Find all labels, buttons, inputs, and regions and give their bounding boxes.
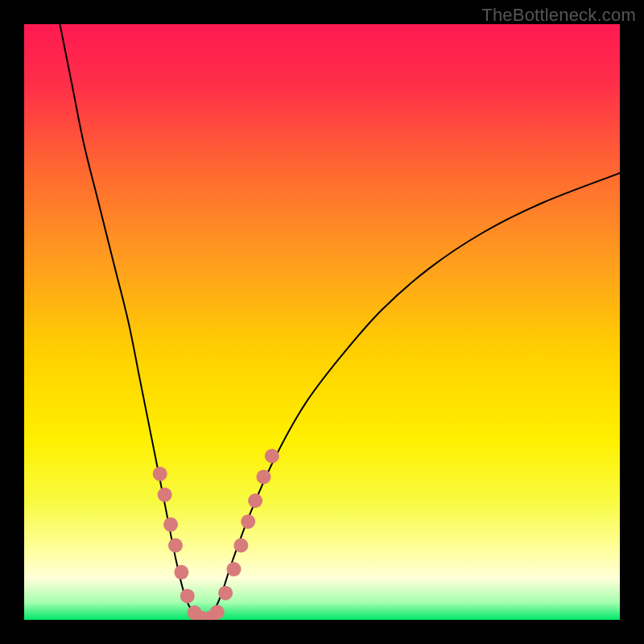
data-point — [210, 605, 225, 619]
data-point — [158, 488, 172, 502]
data-point — [168, 539, 183, 553]
watermark-text: TheBottleneck.com — [481, 5, 636, 26]
data-point — [256, 469, 270, 484]
data-point — [174, 565, 188, 580]
plot-area — [24, 24, 620, 620]
data-point — [218, 586, 233, 601]
data-point — [163, 518, 178, 532]
chart-container: TheBottleneck.com — [0, 0, 644, 644]
data-point — [226, 562, 241, 576]
dots-layer — [24, 24, 620, 620]
data-point — [233, 539, 248, 553]
data-point — [248, 493, 262, 508]
data-point — [241, 514, 255, 529]
data-point — [180, 588, 195, 603]
data-point — [265, 449, 279, 464]
data-point — [153, 467, 167, 481]
